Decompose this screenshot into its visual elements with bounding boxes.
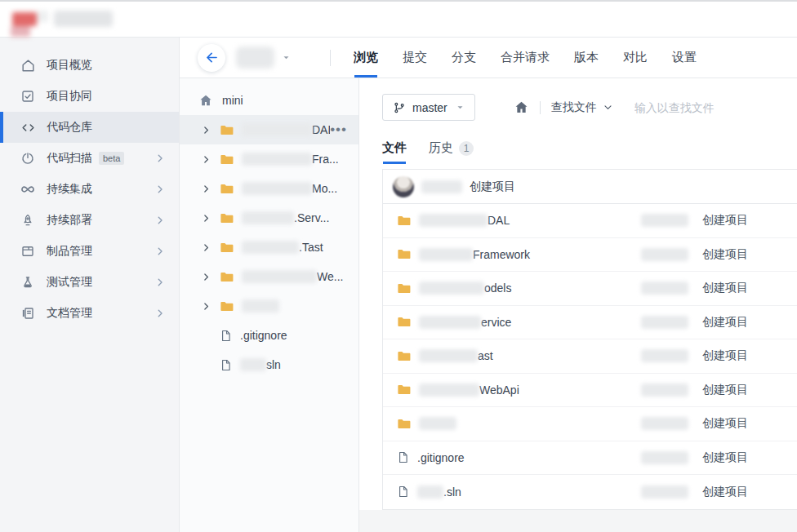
app-logo[interactable] bbox=[8, 6, 51, 38]
rocket-icon bbox=[20, 212, 36, 228]
commit-date-redacted bbox=[641, 282, 688, 295]
docs-icon bbox=[20, 305, 36, 321]
file-name-cell: DAL bbox=[396, 213, 592, 228]
commit-message-link[interactable]: 创建项目 bbox=[702, 281, 784, 295]
find-file-label: 查找文件 bbox=[551, 100, 597, 115]
more-menu-icon[interactable]: ••• bbox=[330, 126, 347, 134]
folder-icon bbox=[219, 269, 234, 285]
repo-selector[interactable] bbox=[236, 47, 291, 69]
sidebar-item[interactable]: 制品管理 bbox=[0, 236, 179, 267]
file-name: Framework bbox=[473, 248, 530, 261]
history-count-badge: 1 bbox=[459, 141, 474, 156]
repo-home-button[interactable] bbox=[514, 100, 529, 115]
tree-row[interactable]: Fra... bbox=[180, 144, 358, 174]
sidebar-item[interactable]: 项目协同 bbox=[0, 81, 179, 112]
commit-date-cell bbox=[592, 417, 702, 430]
file-name-cell: ast bbox=[396, 348, 592, 364]
latest-commit-row: 创建项目 bbox=[383, 170, 797, 204]
chevron-expand-icon[interactable] bbox=[201, 184, 211, 194]
git-branch-icon bbox=[393, 101, 406, 114]
repo-tab[interactable]: 合并请求 bbox=[501, 38, 550, 78]
file-name: WebApi bbox=[479, 383, 519, 397]
repo-tab[interactable]: 提交 bbox=[403, 38, 427, 78]
find-file-input[interactable] bbox=[634, 101, 790, 114]
file-row[interactable]: 创建项目 bbox=[383, 407, 797, 441]
divider bbox=[330, 50, 331, 66]
commit-message-link[interactable]: 创建项目 bbox=[702, 383, 784, 397]
chevron-expand-icon[interactable] bbox=[201, 301, 211, 312]
repo-tabs: 浏览 提交 分支 合并请求 版本 对比 设置 bbox=[354, 38, 697, 78]
repo-tab[interactable]: 版本 bbox=[574, 38, 599, 78]
repo-tab[interactable]: 分支 bbox=[452, 38, 476, 78]
infinity-icon bbox=[20, 181, 36, 197]
tree-row[interactable] bbox=[180, 291, 358, 321]
content-tab[interactable]: 历史 1 bbox=[429, 140, 474, 164]
commit-message-link[interactable]: 创建项目 bbox=[702, 348, 784, 363]
commit-message-link[interactable]: 创建项目 bbox=[702, 315, 784, 330]
sidebar-item-label: 测试管理 bbox=[47, 275, 92, 290]
chevron-expand-icon[interactable] bbox=[201, 242, 211, 253]
commit-date-cell bbox=[592, 282, 702, 295]
chevron-expand-icon[interactable] bbox=[201, 213, 211, 224]
file-name-cell: odels bbox=[396, 281, 592, 296]
tree-row[interactable]: .Tast bbox=[180, 233, 358, 262]
content-tab-label: 文件 bbox=[382, 140, 407, 156]
file-name: DAL bbox=[488, 214, 510, 227]
file-row[interactable]: ast 创建项目 bbox=[383, 339, 797, 374]
commit-message-link[interactable]: 创建项目 bbox=[702, 485, 784, 499]
file-name-cell bbox=[396, 416, 592, 432]
file-row[interactable]: ervice 创建项目 bbox=[383, 306, 797, 340]
sidebar-item[interactable]: 项目概览 bbox=[0, 50, 179, 81]
content-tab[interactable]: 文件 bbox=[382, 140, 407, 164]
tree-row[interactable]: .Serv... bbox=[180, 203, 358, 233]
repo-nav: 浏览 提交 分支 合并请求 版本 对比 设置 bbox=[180, 38, 797, 78]
repo-tab[interactable]: 设置 bbox=[672, 38, 697, 78]
sidebar-item-label: 项目概览 bbox=[47, 58, 92, 73]
tree-row[interactable]: sln bbox=[180, 350, 358, 379]
item-name-redacted bbox=[242, 211, 294, 224]
chevron-expand-icon[interactable] bbox=[201, 154, 211, 165]
back-button[interactable] bbox=[198, 44, 225, 72]
item-name: sln bbox=[266, 358, 281, 371]
folder-icon bbox=[219, 122, 234, 138]
content-tabs: 文件 历史 1 bbox=[359, 126, 797, 164]
commit-message-link[interactable]: 创建项目 bbox=[702, 213, 784, 228]
repo-tab[interactable]: 浏览 bbox=[354, 38, 378, 78]
chevron-expand-icon[interactable] bbox=[201, 272, 211, 282]
sidebar-item[interactable]: 文档管理 bbox=[0, 298, 179, 329]
chevron-right-icon bbox=[154, 184, 166, 195]
file-row[interactable]: .gitignore 创建项目 bbox=[383, 441, 797, 476]
arrow-left-icon bbox=[204, 50, 220, 65]
find-file-dropdown[interactable]: 查找文件 bbox=[551, 100, 613, 115]
tree-row[interactable]: We... bbox=[180, 262, 358, 291]
tree-row[interactable]: .gitignore bbox=[180, 321, 358, 350]
sidebar-item[interactable]: 测试管理 bbox=[0, 267, 179, 298]
commit-date-redacted bbox=[641, 485, 688, 499]
commit-message-link[interactable]: 创建项目 bbox=[702, 247, 784, 262]
tree-row[interactable]: Mo... bbox=[180, 174, 358, 203]
file-name: odels bbox=[484, 282, 511, 295]
commit-message-link[interactable]: 创建项目 bbox=[702, 450, 784, 465]
artifact-icon bbox=[20, 243, 36, 259]
file-name-redacted bbox=[417, 485, 443, 499]
file-row[interactable]: Framework 创建项目 bbox=[383, 238, 797, 273]
sidebar-item[interactable]: 持续部署 bbox=[0, 205, 179, 236]
file-row[interactable]: DAL 创建项目 bbox=[383, 204, 797, 238]
chevron-expand-icon[interactable] bbox=[201, 125, 211, 135]
file-name-redacted bbox=[419, 349, 478, 362]
sidebar-item[interactable]: 代码扫描 beta bbox=[0, 143, 179, 174]
sidebar-item[interactable]: 持续集成 bbox=[0, 174, 179, 205]
item-name: Mo... bbox=[312, 182, 337, 195]
commit-message-link[interactable]: 创建项目 bbox=[702, 416, 784, 431]
sidebar-item[interactable]: 代码仓库 bbox=[0, 112, 179, 143]
file-row[interactable]: .sln 创建项目 bbox=[383, 475, 797, 509]
branch-selector[interactable]: master bbox=[382, 94, 475, 121]
content-tab-label: 历史 bbox=[429, 140, 453, 156]
tree-root-item[interactable]: mini bbox=[180, 85, 358, 115]
repo-tab[interactable]: 对比 bbox=[623, 38, 648, 78]
commit-message[interactable]: 创建项目 bbox=[470, 180, 515, 194]
file-name-redacted bbox=[419, 316, 481, 329]
tree-row[interactable]: DAL ••• bbox=[180, 115, 358, 144]
file-row[interactable]: odels 创建项目 bbox=[383, 272, 797, 306]
file-row[interactable]: WebApi 创建项目 bbox=[383, 374, 797, 408]
